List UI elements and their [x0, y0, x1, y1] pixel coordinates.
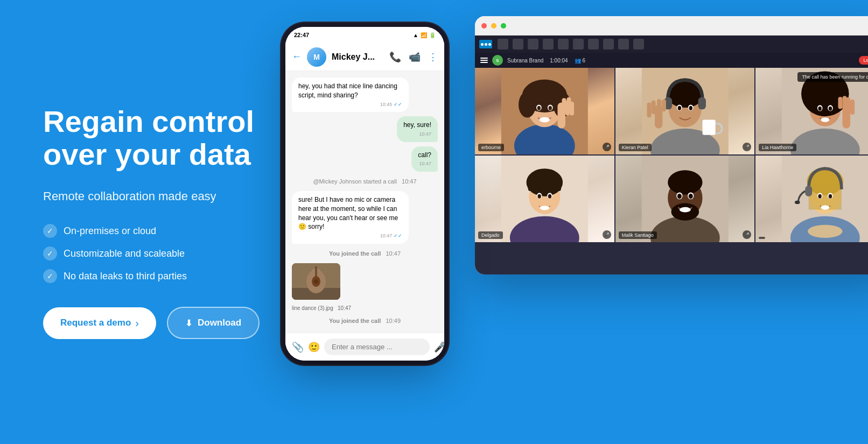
svg-point-63 — [677, 194, 682, 199]
leave-call-button[interactable]: Leave call — [859, 56, 868, 65]
system-message-3: You joined the call 10:49 — [292, 315, 438, 326]
toolbar-icon — [573, 39, 584, 50]
feature-item-3: ✓ No data leaks to third parties — [43, 269, 269, 283]
download-icon: ⬇ — [185, 318, 192, 328]
chat-header: ← M Mickey J... 📞 📹 ⋮ — [285, 43, 444, 71]
user-avatar: S — [492, 55, 503, 66]
svg-point-78 — [808, 225, 842, 238]
svg-rect-28 — [651, 100, 655, 114]
contact-name: Mickey J... — [332, 52, 384, 62]
hero-subtitle: Remote collaboration made easy — [43, 188, 269, 205]
svg-point-72 — [795, 201, 800, 204]
svg-rect-44 — [843, 96, 847, 109]
check-icon-1: ✓ — [43, 224, 57, 238]
message-3: call? 10:47 — [411, 146, 438, 172]
contact-avatar: M — [307, 47, 326, 67]
toolbar-icon — [558, 39, 569, 50]
video-cell-2: Kieran Patel 🎤 — [615, 68, 755, 154]
svg-point-40 — [821, 118, 830, 122]
battery-icon: 🔋 — [429, 32, 436, 38]
status-bar: 22:47 ▲ 📶 🔋 — [285, 27, 444, 43]
participant-name-3: Lia Hawthorne — [759, 144, 796, 151]
toolbar-icon — [633, 39, 644, 50]
svg-point-39 — [829, 107, 832, 111]
svg-rect-21 — [698, 97, 705, 110]
back-button[interactable]: ← — [292, 51, 302, 62]
svg-rect-30 — [662, 100, 666, 112]
wifi-icon: ▲ — [413, 32, 418, 38]
call-info: Subrana Brand 1:00:04 👥 6 — [507, 58, 855, 64]
svg-point-9 — [549, 106, 552, 110]
cta-buttons: Request a demo › ⬇ Download — [43, 307, 269, 339]
status-icons: ▲ 📶 🔋 — [413, 32, 436, 38]
system-message-2: You joined the call 10:47 — [292, 248, 438, 259]
attachment-icon[interactable]: 📎 — [292, 341, 304, 353]
mute-icon-4: 🎤 — [603, 230, 611, 239]
video-cell-1: erbourne 🎤 — [475, 68, 614, 154]
phone-mockup: 22:47 ▲ 📶 🔋 ← M Mickey J... 📞 📹 ⋮ hey, y… — [285, 27, 444, 361]
chat-input-bar: 📎 🙂 🎤 — [285, 333, 444, 361]
svg-point-8 — [537, 106, 541, 110]
svg-point-24 — [677, 106, 681, 110]
feature-item-1: ✓ On-premises or cloud — [43, 224, 269, 238]
svg-point-85 — [314, 279, 318, 284]
video-call-icon[interactable]: 📹 — [409, 51, 421, 63]
svg-rect-14 — [562, 98, 566, 111]
call-notice: The call has been running for one hour. — [797, 72, 868, 82]
hero-section: Regain control over your data Remote col… — [0, 73, 302, 372]
feature-item-2: ✓ Customizable and scaleable — [43, 246, 269, 260]
download-button[interactable]: ⬇ Download — [167, 307, 260, 339]
svg-point-75 — [818, 194, 822, 199]
participant-name-6 — [759, 237, 765, 239]
browser-content: S Subrana Brand 1:00:04 👥 6 Leave call T… — [475, 36, 868, 274]
participant-name-2: Kieran Patel — [619, 144, 652, 151]
phone-call-icon[interactable]: 📞 — [389, 51, 401, 63]
svg-rect-42 — [850, 100, 855, 115]
svg-rect-45 — [838, 97, 843, 109]
svg-point-25 — [689, 106, 692, 110]
svg-point-76 — [829, 194, 832, 199]
chat-messages: hey, you had that nice line dancing scri… — [285, 71, 444, 333]
phone-screen: 22:47 ▲ 📶 🔋 ← M Mickey J... 📞 📹 ⋮ hey, y… — [285, 27, 444, 361]
message-input[interactable] — [324, 339, 430, 355]
browser-dot-yellow — [491, 23, 496, 29]
hamburger-menu[interactable] — [480, 58, 488, 63]
browser-dot-red — [481, 23, 487, 29]
video-grid: erbourne 🎤 — [475, 68, 868, 242]
demo-button[interactable]: Request a demo › — [43, 307, 156, 339]
svg-point-55 — [540, 206, 549, 210]
toolbar-icon — [543, 39, 554, 50]
svg-point-53 — [537, 194, 541, 199]
more-options-icon[interactable]: ⋮ — [428, 51, 438, 63]
signal-icon: 📶 — [421, 32, 427, 38]
image-label: line dance (3).jpg 10:47 — [292, 305, 351, 311]
message-4: sure! But I have no mic or camera here a… — [292, 191, 409, 244]
video-cell-6 — [755, 156, 868, 242]
toolbar-icon — [498, 39, 508, 50]
participant-name-1: erbourne — [478, 144, 504, 151]
svg-rect-15 — [566, 97, 571, 110]
image-preview — [292, 263, 340, 300]
call-toolbar: S Subrana Brand 1:00:04 👥 6 Leave call — [475, 53, 868, 68]
toolbar-icon — [513, 39, 523, 50]
chat-actions: 📞 📹 ⋮ — [389, 51, 438, 63]
svg-rect-31 — [702, 120, 715, 135]
microphone-icon[interactable]: 🎤 — [434, 341, 444, 353]
toolbar-icons — [498, 39, 868, 50]
toolbar-icon — [528, 39, 538, 50]
participant-name-4: Delgado — [478, 231, 503, 239]
svg-point-77 — [821, 206, 830, 210]
message-2: hey, sure! 10:47 — [397, 116, 438, 142]
system-message-1: @Mickey Johnson started a call 10:47 — [292, 176, 438, 187]
video-cell-4: Delgado 🎤 — [475, 156, 614, 242]
participant-name-5: Malik Santiago — [619, 231, 657, 239]
nextcloud-toolbar — [475, 36, 868, 53]
svg-rect-50 — [528, 182, 561, 191]
svg-rect-27 — [647, 102, 651, 117]
message-1: hey, you had that nice line dancing scri… — [292, 77, 409, 112]
svg-point-54 — [548, 194, 551, 199]
svg-point-59 — [668, 170, 702, 194]
svg-point-49 — [527, 168, 563, 196]
mute-icon-1: 🎤 — [603, 143, 611, 151]
emoji-icon[interactable]: 🙂 — [308, 341, 320, 353]
